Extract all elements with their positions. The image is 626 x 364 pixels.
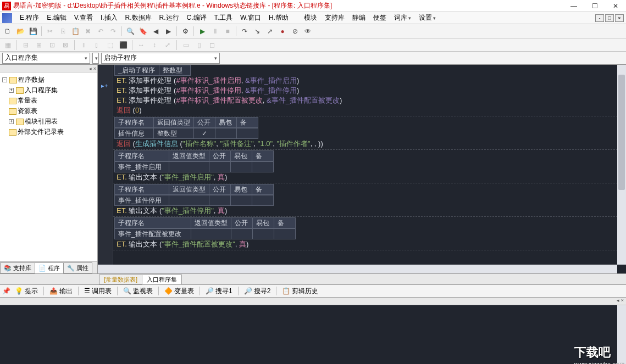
cell-ev2[interactable]: 事件_插件停用 — [114, 195, 169, 206]
stop-icon[interactable]: ■ — [222, 26, 233, 37]
mdi-restore-icon[interactable]: □ — [605, 14, 614, 22]
project-tree[interactable]: -程序数据 +入口程序集 常量表 资源表 +模块引用表 外部文件记录表 — [0, 72, 97, 261]
bookmark-icon[interactable]: 🔖 — [137, 26, 148, 37]
t2-3-icon[interactable]: ⊡ — [47, 40, 58, 51]
bookmark-prev-icon[interactable]: ◀ — [150, 26, 161, 37]
cut-icon[interactable]: ✂ — [45, 26, 56, 37]
tab-output[interactable]: 📤输出 — [46, 285, 76, 297]
cell-rem[interactable] — [236, 128, 258, 139]
copy-icon[interactable]: ⎘ — [57, 26, 68, 37]
cell-plugininfo[interactable]: 插件信息 — [114, 128, 154, 139]
menu-tool[interactable]: T.工具 — [211, 12, 236, 24]
tab-var[interactable]: 🔶变量表 — [161, 285, 197, 297]
watch-icon[interactable]: 👁 — [302, 26, 313, 37]
stepover-icon[interactable]: ↷ — [239, 26, 250, 37]
progset-extra[interactable]: ▾ — [92, 53, 99, 64]
find-icon[interactable]: 🔍 — [125, 26, 136, 37]
close-button[interactable]: ✕ — [607, 2, 624, 10]
t2-14-icon[interactable]: ◻ — [207, 40, 218, 51]
output-panel[interactable]: 下载吧 www.xiazaiba.com — [0, 305, 626, 364]
pin-icon[interactable]: 📌 — [2, 287, 10, 295]
menu-edit[interactable]: E.编辑 — [43, 12, 69, 24]
redo-icon[interactable]: ↷ — [108, 26, 119, 37]
tab-call[interactable]: ☰调用表 — [81, 285, 115, 297]
menu-module[interactable]: 模块 — [301, 12, 320, 24]
tab-support[interactable]: 📚支持库 — [0, 262, 35, 273]
tab-tip[interactable]: 💡提示 — [12, 285, 41, 297]
cell-ev1[interactable]: 事件_插件启用 — [114, 161, 169, 172]
horizontal-scrollbar[interactable] — [98, 265, 617, 273]
stepout-icon[interactable]: ↗ — [264, 26, 275, 37]
config-icon[interactable]: ⚙ — [180, 26, 191, 37]
t2-6-icon[interactable]: ⫿ — [91, 40, 102, 51]
menu-db[interactable]: R.数据库 — [122, 12, 155, 24]
t2-4-icon[interactable]: ⊠ — [60, 40, 71, 51]
breakpoint-icon[interactable]: ● — [277, 26, 288, 37]
output-close-icon[interactable]: ◂ × — [617, 298, 624, 305]
cell-pub-check[interactable] — [193, 128, 215, 139]
run-icon[interactable]: ▶ — [197, 26, 208, 37]
t2-10-icon[interactable]: ↕ — [149, 40, 160, 51]
new-icon[interactable]: 🗋 — [2, 26, 13, 37]
t2-2-icon[interactable]: ⊞ — [34, 40, 45, 51]
undo-icon[interactable]: ↶ — [95, 26, 106, 37]
t2-8-icon[interactable]: ⬛ — [118, 40, 129, 51]
tab-find1[interactable]: 🔎搜寻1 — [202, 285, 236, 297]
open-icon[interactable]: 📂 — [15, 26, 26, 37]
cell-startsub[interactable]: _启动子程序 — [114, 65, 159, 76]
menu-window[interactable]: W.窗口 — [237, 12, 264, 24]
save-icon[interactable]: 💾 — [27, 26, 38, 37]
main-toolbar: 🗋 📂 💾 ✂ ⎘ 📋 ✖ ↶ ↷ 🔍 🔖 ◀ ▶ ⚙ ▶ ⏸ ■ ↷ ↘ ↗ … — [0, 24, 626, 38]
mdi-close-icon[interactable]: × — [615, 14, 624, 22]
t2-12-icon[interactable]: ▭ — [180, 40, 191, 51]
t2-9-icon[interactable]: ↔ — [136, 40, 147, 51]
tab-find2[interactable]: 🔎搜寻2 — [241, 285, 274, 297]
vertical-scrollbar[interactable] — [617, 65, 626, 265]
tab-main-progset[interactable]: 入口程序集 — [142, 275, 182, 284]
t2-13-icon[interactable]: ▯ — [193, 40, 204, 51]
tab-program[interactable]: 📄程序 — [35, 262, 64, 273]
pause-icon[interactable]: ⏸ — [209, 26, 220, 37]
t2-5-icon[interactable]: ⫴ — [78, 40, 89, 51]
cell-ret2[interactable]: 整数型 — [153, 128, 194, 139]
align-left-icon[interactable]: ▦ — [2, 40, 13, 51]
paste-icon[interactable]: 📋 — [70, 26, 81, 37]
menu-find[interactable]: V.查看 — [71, 12, 96, 24]
tab-const-table[interactable]: [常量数据表] — [99, 275, 142, 284]
progset-combo[interactable]: 入口程序集▾ — [2, 53, 90, 64]
tab-property[interactable]: 🔧属性 — [63, 262, 92, 273]
minimize-button[interactable]: — — [566, 2, 582, 10]
code-area[interactable]: _启动子程序整数型 ET. 添加事件处理 (#事件标识_插件启用, &事件_插件… — [113, 65, 626, 273]
menu-file[interactable]: E.程序 — [16, 12, 42, 24]
subroutine-combo[interactable]: 启动子程序▾ — [101, 53, 220, 64]
cell-rettype[interactable]: 整数型 — [159, 65, 191, 76]
doc-icon: 📄 — [38, 265, 46, 272]
delete-icon[interactable]: ✖ — [82, 26, 93, 37]
tab-clip[interactable]: 📋剪辑历史 — [279, 285, 322, 297]
t2-11-icon[interactable]: ⤢ — [162, 40, 173, 51]
mdi-min-icon[interactable]: - — [595, 14, 604, 22]
t2-7-icon[interactable]: ⬚ — [104, 40, 115, 51]
menu-note[interactable]: 便签 — [370, 12, 390, 24]
tab-watch[interactable]: 🔍监视表 — [120, 285, 156, 297]
bookmark-next-icon[interactable]: ▶ — [163, 26, 174, 37]
t2-1-icon[interactable]: ⊟ — [20, 40, 31, 51]
cell-ev3[interactable]: 事件_插件配置被更改 — [114, 228, 191, 239]
gutter-marker-icon[interactable]: ▸+ — [101, 82, 109, 90]
menu-setting[interactable]: 设置 — [416, 12, 439, 24]
sidebar-header: ◂ × — [0, 65, 97, 72]
menu-run[interactable]: R.运行 — [156, 12, 182, 24]
sidebar-pin-icon[interactable]: ◂ × — [89, 66, 96, 71]
menu-mute[interactable]: 静编 — [349, 12, 369, 24]
scroll-thumb[interactable] — [618, 75, 625, 190]
code-editor[interactable]: ▸+ _启动子程序整数型 ET. 添加事件处理 (#事件标识_插件启用, &事件… — [98, 65, 626, 273]
stepinto-icon[interactable]: ↘ — [252, 26, 263, 37]
clear-bp-icon[interactable]: ⊘ — [290, 26, 301, 37]
menu-help[interactable]: H.帮助 — [265, 12, 292, 24]
menu-support[interactable]: 支持库 — [322, 12, 348, 24]
maximize-button[interactable]: ☐ — [586, 2, 603, 10]
cell-pkg[interactable] — [215, 128, 237, 139]
menu-insert[interactable]: I.插入 — [97, 12, 121, 24]
menu-compile[interactable]: C.编译 — [184, 12, 210, 24]
menu-dict[interactable]: 词库 — [391, 12, 414, 24]
